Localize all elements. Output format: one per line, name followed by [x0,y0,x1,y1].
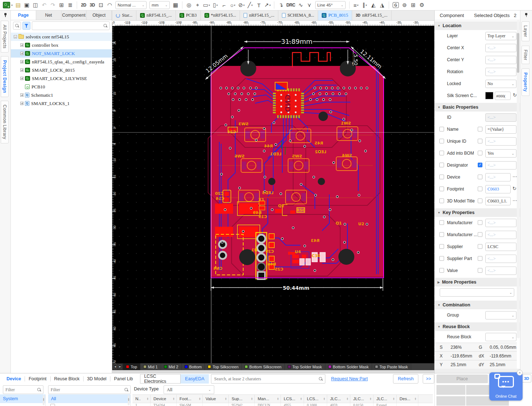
color-value-input[interactable]: #000( [495,92,511,100]
prop-select[interactable]: Top Layer⌄ [485,32,516,40]
checkbox[interactable] [439,220,444,225]
prop-select[interactable]: ⌄ [440,288,514,297]
checkbox[interactable] [439,139,444,143]
design-manager-icon[interactable]: ≣ [66,1,74,9]
color-swatch[interactable] [485,92,493,99]
layer-scroll-left-icon[interactable]: ◂ [113,364,117,369]
flip-vertical-icon[interactable]: ◮ [378,1,386,9]
online-chat-button[interactable]: ••• Online Chat [489,372,523,401]
fab-output-icon[interactable]: ⊚ [401,1,409,9]
expand-button[interactable]: >> [423,374,434,384]
subclass-item-all[interactable]: All [48,394,130,403]
settings-icon[interactable]: ⚙ [418,1,426,9]
oval-tool-icon[interactable]: ○▾ [229,1,237,9]
source-tab-lcsc-electronics[interactable]: LCSC Electronics [140,374,181,384]
table-header-7[interactable]: LCS...▲▼ [304,395,327,403]
prop-input[interactable]: <...> [485,219,516,227]
tree-item-smart-locks-1[interactable]: SMART_LOCKS_1 [11,99,112,108]
sidebar-tab-page[interactable]: Page [11,11,36,20]
doc-tab-pcb-8015[interactable]: PCB_8015 [318,11,352,20]
refresh-icon[interactable]: ↻ [512,186,516,191]
tree-expander-icon[interactable] [20,102,24,105]
canvas-mode-select[interactable]: Normal ...⌄ [115,1,147,9]
prop-select[interactable]: No⌄ [485,80,516,88]
section-header-reuse-block[interactable]: ▼Reuse Block [435,322,520,331]
checkbox[interactable] [478,244,482,249]
dock-tab-layer[interactable]: Layer [522,21,529,41]
pad-tool-icon[interactable]: ◎ [185,1,193,9]
table-header-11[interactable]: Des...▲▼ [397,395,418,403]
pcb-board-drawing[interactable]: GNDSW3SW1C24R44R45LED1LED2SW6SW5SW4LED3C… [112,21,434,363]
checkbox[interactable] [478,139,482,143]
rect-tool-icon[interactable]: ▭▾ [202,1,211,9]
device-type-select[interactable]: All⌄ [164,385,214,394]
align-icon[interactable]: ≡▾ [352,1,360,9]
tree-item-smart-lock-lilywise[interactable]: SMART_LOCK_LILYWISE [11,74,112,83]
section-header-key-properties[interactable]: ▼Key Properties [435,208,520,217]
table-header-9[interactable]: JLC...▲▼ [350,395,373,403]
layer-item-top-silkscreen[interactable]: Top Silkscreen [205,363,242,370]
checkbox[interactable] [478,187,482,191]
bottom-tab-panel-lib[interactable]: Panel Lib [110,376,136,381]
dock-tab-all-projects[interactable]: All Projects [1,21,9,53]
tree-item-nrf54l15-qfaa-4l-config1-easyeda[interactable]: nRF54L15_qfaa_4L_config1_easyeda [11,58,112,66]
distribute-icon[interactable]: ∥▾ [361,1,369,9]
checkbox[interactable] [478,268,482,273]
dock-tab-common-library[interactable]: Common Library [1,101,9,143]
tree-expander-icon[interactable] [20,60,24,63]
section-header-combination[interactable]: ▼Combination [435,301,520,309]
checkbox[interactable] [439,175,444,179]
pcb-editor-canvas[interactable]: GNDSW3SW1C24R44R45LED1LED2SW6SW5SW4LED3C… [112,21,434,373]
table-header-5[interactable]: Man...▲▼ [255,395,281,403]
undo-icon[interactable]: ↶ [40,1,48,9]
table-header-2[interactable]: Foot...▲▼ [177,395,203,403]
board-preview-icon[interactable]: ◠ [106,1,114,9]
prop-input[interactable]: C0603 [485,185,511,193]
refresh-icon[interactable]: ↻ [513,93,517,98]
layer-item-top-paste-mask[interactable]: Top Paste Mask [372,363,411,370]
doc-tab-star-[interactable]: Star... [112,11,136,20]
checkbox[interactable] [478,232,482,237]
dock-tab-filter[interactable]: Filter [522,46,529,64]
prop-input[interactable]: <...> [485,231,516,239]
section-header-more-properties[interactable]: ▶More Properties [435,278,520,286]
layer-item-bottom[interactable]: Bottom [182,363,205,370]
tree-expander-icon[interactable] [20,77,24,80]
flip-horizontal-icon[interactable]: ◭ [370,1,377,9]
3d-view-icon[interactable]: 3D [88,1,96,9]
layer-item-mid-2[interactable]: Mid 2 [161,363,182,370]
prop-input[interactable]: <...> [485,255,516,263]
pin-icon[interactable] [3,13,8,17]
gerber-output-icon[interactable]: G [393,2,399,8]
table-header-0[interactable]: N..▲▼ [132,395,151,403]
tree-expander-icon[interactable] [14,35,17,38]
table-header-3[interactable]: Value▲▼ [203,395,229,403]
pin-tool-icon[interactable]: ⌖ [194,1,202,9]
layer-item-bottom-solder-mask[interactable]: Bottom Solder Mask [325,363,372,370]
class-item-system[interactable]: System [0,394,45,403]
checkbox[interactable] [439,256,444,261]
tree-expander-icon[interactable] [20,93,24,97]
redo-icon[interactable]: ↷ [49,1,57,9]
table-header-10[interactable]: JLC...▲▼ [373,395,397,403]
2d-view-icon[interactable]: 2D [80,1,88,9]
source-tab-easyeda[interactable]: EasyEDA [181,374,209,384]
pin-icon[interactable] [524,13,528,17]
tree-item-solvotix-core-nrf54l15[interactable]: solvotix core nrf54L15 [11,33,112,41]
order-pcb-icon[interactable]: ⊞ [409,1,417,9]
checkbox[interactable] [478,220,482,225]
checkbox[interactable] [439,198,444,203]
subclass-filter-input[interactable] [51,387,122,393]
table-header-1[interactable]: Device▲▼ [151,395,177,403]
prop-input[interactable]: <...> [485,161,516,169]
tree-search-input[interactable] [34,23,101,29]
layer-item-bottom-silkscreen[interactable]: Bottom Silkscreen [242,363,285,370]
table-header-8[interactable]: JLC...▲▼ [327,395,350,403]
tree-expander-icon[interactable] [20,68,24,72]
checkbox[interactable] [439,127,444,131]
checkbox-checked[interactable] [478,163,482,167]
checkbox[interactable] [478,256,482,261]
prop-input[interactable]: <...> [485,56,516,64]
unit-select[interactable]: mm⌄ [149,1,170,9]
section-header-location[interactable]: ▼Location [435,21,520,30]
